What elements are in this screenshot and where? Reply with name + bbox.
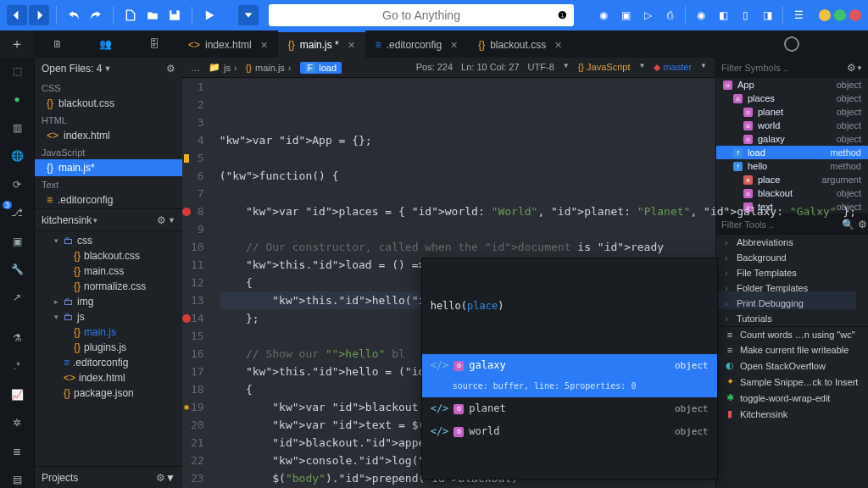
autocomplete-item[interactable]: </>oplanetobject [422,397,717,420]
tree-file[interactable]: {}main.js [42,324,179,340]
goto-input-field[interactable] [269,8,574,22]
project-header[interactable]: kitchensink ▾⚙▼ [35,208,182,230]
code-line[interactable] [220,185,856,202]
minimap-toggle-icon[interactable] [784,36,799,52]
editor-tab[interactable]: <>index.html✕ [178,30,278,58]
new-tab-button[interactable]: ＋ [0,30,34,58]
tree-folder[interactable]: ▾🗀js [42,309,179,324]
crumb-symbol[interactable]: F load [300,62,342,74]
tree-file[interactable]: {}blackout.css [42,248,179,263]
eye-icon[interactable]: ◉ [691,5,711,25]
file-icon[interactable]: 🗎 [53,38,63,50]
dropdown-button[interactable] [238,5,259,25]
editor-tab[interactable]: ≡.editorconfig✕ [365,30,468,58]
activity-green-dot-icon[interactable]: ● [8,91,26,107]
editor-tab[interactable]: {}main.js *✕ [278,30,365,58]
menu-button[interactable]: ☰ [788,5,809,25]
close-icon[interactable]: ✕ [348,40,355,51]
projects-header[interactable]: Projects ⚙▼ [35,466,182,488]
tree-folder[interactable]: ▸🗀img [42,294,179,309]
layout-center-icon[interactable]: ▯ [735,5,755,25]
twisty-icon[interactable]: ▸ [52,297,60,306]
window-minimize-button[interactable] [819,9,831,21]
activity-box-icon[interactable]: ▥ [8,119,26,136]
activity-globe-icon[interactable]: 🌐 [8,147,26,164]
gear-icon[interactable]: ⚙ [156,472,165,484]
history-back-icon[interactable]: … [191,63,200,73]
tree-file[interactable]: <>index.html [42,370,179,385]
undo-button[interactable] [64,5,84,25]
gear-icon[interactable]: ⚙ [847,62,856,74]
code-area[interactable]: ✱ 12345678910111213141516171819202122232… [182,78,715,488]
record-macro-icon[interactable]: ◉ [593,5,614,25]
status-language[interactable]: {} JavaScript [578,62,631,73]
code-line[interactable]: "kw">var "id">App = {}; [220,131,856,149]
tree-file[interactable]: {}plugins.js [42,340,179,355]
crumb-file[interactable]: {} main.js › [246,63,292,73]
stop-macro-icon[interactable]: ▣ [615,5,636,25]
code-line[interactable]: "kw">var "id">places = { "id">world: "Wo… [220,202,856,220]
code-line[interactable]: // Our constructor, called when the "id"… [220,238,856,256]
activity-vcs-icon[interactable]: ⎇ [8,204,26,220]
window-close-button[interactable] [849,9,861,21]
gear-icon[interactable]: ⚙ [858,219,867,230]
close-icon[interactable]: ✕ [260,40,268,51]
symbols-filter[interactable]: ⚙▼ [716,58,868,78]
crumb-folder[interactable]: 📁 js › [209,62,237,73]
open-folder-button[interactable] [142,5,163,25]
nav-back-button[interactable] [7,5,27,25]
save-button[interactable] [164,5,185,25]
open-file-item[interactable]: {}main.js* [35,159,182,176]
activity-chart-icon[interactable]: 📈 [8,386,26,402]
new-file-button[interactable] [120,5,141,25]
open-files-header[interactable]: Open Files: 4 ▼⚙ [35,58,182,80]
activity-wrench-icon[interactable]: 🔧 [8,261,26,277]
code-line[interactable] [220,220,856,238]
breakpoint-icon[interactable] [182,208,191,216]
symbols-filter-input[interactable] [721,63,843,73]
activity-refresh-icon[interactable]: ⟳ [8,176,26,192]
close-icon[interactable]: ✕ [554,40,562,51]
twisty-icon[interactable]: ▾ [52,236,60,245]
breakpoint-icon[interactable] [182,314,191,323]
code-line[interactable] [220,149,856,167]
play-macro-icon[interactable]: ▷ [637,5,658,25]
bookmark-icon[interactable] [184,154,189,163]
tree-file[interactable]: {}main.css [42,263,179,279]
activity-notebook-icon[interactable]: ▣ [8,233,26,249]
open-file-item[interactable]: ≡.editorconfig [35,191,182,208]
gear-icon[interactable]: ⚙ [157,214,166,226]
run-button[interactable] [199,5,220,25]
activity-terminal-icon[interactable]: ▤ [8,472,26,488]
autocomplete-popup[interactable]: hello(place) </>ogalaxyobjectsource: buf… [421,258,718,480]
activity-flask-icon[interactable]: ⚗ [8,330,26,346]
tree-folder[interactable]: ▾🗀css [42,233,179,248]
activity-explorer-icon[interactable]: ⬚ [8,63,26,79]
activity-regex-icon[interactable]: .* [8,358,26,374]
gear-icon[interactable]: ⚙ [166,63,175,75]
activity-share-icon[interactable]: ↗ [8,290,26,306]
save-macro-icon[interactable]: ⎙ [659,5,680,25]
activity-stack-icon[interactable]: ≣ [8,443,26,459]
close-icon[interactable]: ✕ [450,40,458,51]
window-maximize-button[interactable] [834,9,846,21]
status-git-branch[interactable]: ◆ master [654,62,692,73]
users-icon[interactable]: 👥 [99,38,112,50]
redo-button[interactable] [86,5,106,25]
open-file-item[interactable]: <>index.html [35,127,182,144]
tree-file[interactable]: {}package.json [42,385,179,401]
layout-right-icon[interactable]: ◨ [757,5,777,25]
layout-left-icon[interactable]: ◧ [713,5,733,25]
goto-anything-input[interactable]: ❶ [269,4,574,26]
autocomplete-item[interactable]: </>oworldobject [422,420,717,443]
nav-forward-button[interactable] [29,5,49,25]
editor-tab[interactable]: {}blackout.css✕ [468,30,572,58]
tree-file[interactable]: ≡.editorconfig [42,355,179,370]
code-line[interactable]: ("kw">function() { [220,167,856,185]
twisty-icon[interactable]: ▾ [52,313,60,321]
autocomplete-item[interactable]: </>ogalaxyobject [422,354,717,377]
activity-snowflake-icon[interactable]: ✲ [8,415,26,431]
status-encoding[interactable]: UTF-8 [528,62,554,73]
tree-file[interactable]: {}normalize.css [42,279,179,294]
star-icon[interactable]: ✱ [184,398,190,416]
